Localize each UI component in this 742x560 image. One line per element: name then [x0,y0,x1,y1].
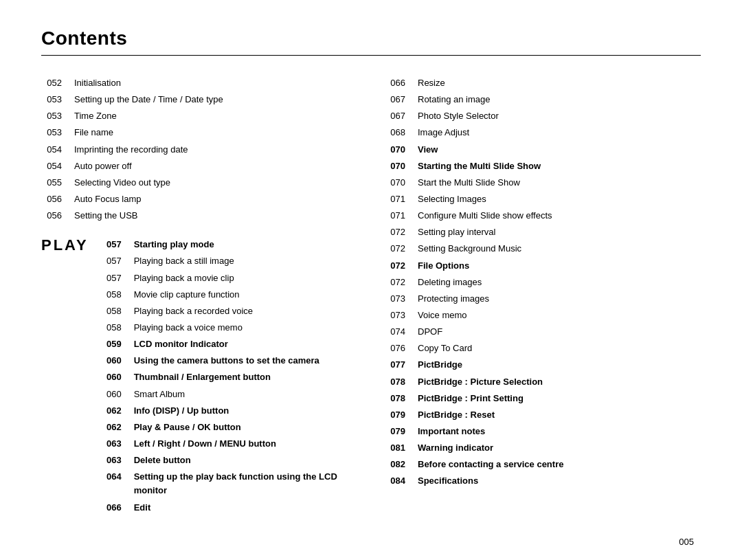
toc-num: 057 [101,236,134,253]
toc-num: 084 [385,473,418,489]
toc-row: 056 Auto Focus lamp [41,191,357,208]
page-number: 005 [41,537,701,547]
toc-label: Important notes [418,423,701,440]
toc-row: 072 File Options [385,258,701,274]
toc-num: 078 [385,390,418,407]
toc-label: Play & Pause / OK button [134,419,357,436]
toc-row: 067 Rotating an image [385,91,701,108]
toc-num: 053 [41,124,74,141]
toc-row: 058 Playing back a recorded voice [101,303,357,320]
toc-row: 053 Time Zone [41,108,357,124]
toc-num: 053 [41,108,74,124]
toc-num: 058 [101,287,134,303]
toc-label: Image Adjust [418,124,701,141]
toc-num: 060 [101,386,134,403]
toc-label: View [418,142,701,158]
toc-num: 054 [41,158,74,175]
toc-row: 078 PictBridge : Print Setting [385,390,701,407]
toc-row: 070 Starting the Multi Slide Show [385,158,701,175]
toc-row: 054 Imprinting the recording date [41,142,357,158]
toc-row: 072 Deleting images [385,274,701,291]
toc-label: Initialisation [74,75,357,91]
toc-row: 070 Start the Multi Slide Show [385,175,701,191]
toc-row: 072 Setting play interval [385,224,701,240]
toc-num: 056 [41,208,74,224]
toc-label: Movie clip capture function [134,287,357,303]
toc-label: Playing back a movie clip [134,270,357,287]
toc-num: 054 [41,142,74,158]
toc-num: 063 [101,452,134,469]
toc-num: 060 [101,369,134,385]
toc-row: 060 Thumbnail / Enlargement button [101,369,357,385]
toc-num: 052 [41,75,74,91]
toc-label: Playing back a recorded voice [134,303,357,320]
toc-label: Voice memo [418,307,701,324]
toc-row: 057 Starting play mode [101,236,357,253]
toc-num: 053 [41,91,74,108]
toc-num: 072 [385,224,418,240]
toc-num: 062 [101,403,134,419]
toc-row: 071 Configure Multi Slide show effects [385,208,701,224]
toc-label: Starting play mode [134,236,357,253]
toc-num: 057 [101,253,134,269]
toc-label: Imprinting the recording date [74,142,357,158]
right-column: 066 Resize 067 Rotating an image 067 Pho… [385,75,701,516]
toc-label: Rotating an image [418,91,701,108]
toc-label: Before contacting a service centre [418,456,701,473]
toc-num: 060 [101,352,134,369]
toc-label: Photo Style Selector [418,108,701,124]
toc-label: Edit [134,500,357,516]
toc-num: 057 [101,270,134,287]
toc-num: 071 [385,208,418,224]
play-label: PLAY [41,238,89,253]
toc-row: 058 Movie clip capture function [101,287,357,303]
toc-label: PictBridge : Reset [418,407,701,423]
toc-num: 073 [385,291,418,307]
toc-row: 062 Play & Pause / OK button [101,419,357,436]
toc-label: Start the Multi Slide Show [418,175,701,191]
toc-num: 071 [385,191,418,208]
toc-num: 072 [385,258,418,274]
top-entries-table: 052 Initialisation 053 Setting up the Da… [41,75,357,224]
toc-row: 084 Specifications [385,473,701,489]
toc-row: 081 Warning indicator [385,440,701,456]
toc-row: 053 Setting up the Date / Time / Date ty… [41,91,357,108]
toc-row: 063 Left / Right / Down / MENU button [101,436,357,452]
toc-num: 079 [385,423,418,440]
toc-label: PictBridge : Print Setting [418,390,701,407]
toc-label: File Options [418,258,701,274]
toc-label: Setting the USB [74,208,357,224]
toc-row: 053 File name [41,124,357,141]
toc-label: Setting up the play back function using … [134,469,357,499]
toc-num: 068 [385,124,418,141]
toc-label: Selecting Images [418,191,701,208]
toc-num: 067 [385,91,418,108]
toc-row: 066 Edit [101,500,357,516]
toc-num: 064 [101,469,134,499]
toc-row: 060 Using the camera buttons to set the … [101,352,357,369]
toc-num: 058 [101,320,134,336]
toc-num: 062 [101,419,134,436]
toc-label: Setting play interval [418,224,701,240]
toc-label: Protecting images [418,291,701,307]
toc-label: Thumbnail / Enlargement button [134,369,357,385]
toc-row: 067 Photo Style Selector [385,108,701,124]
toc-num: 078 [385,374,418,390]
toc-row: 068 Image Adjust [385,124,701,141]
toc-row: 072 Setting Background Music [385,240,701,257]
toc-label: Left / Right / Down / MENU button [134,436,357,452]
page-title: Contents [41,27,701,49]
toc-row: 060 Smart Album [101,386,357,403]
play-entries-table: 057 Starting play mode 057 Playing back … [101,236,357,515]
toc-num: 074 [385,324,418,340]
toc-row: 057 Playing back a movie clip [101,270,357,287]
toc-label: DPOF [418,324,701,340]
toc-row: 082 Before contacting a service centre [385,456,701,473]
toc-label: Auto power off [74,158,357,175]
toc-row: 055 Selecting Video out type [41,175,357,191]
toc-row: 073 Protecting images [385,291,701,307]
toc-row: 076 Copy To Card [385,340,701,357]
toc-num: 073 [385,307,418,324]
title-divider [41,55,701,56]
toc-num: 070 [385,142,418,158]
